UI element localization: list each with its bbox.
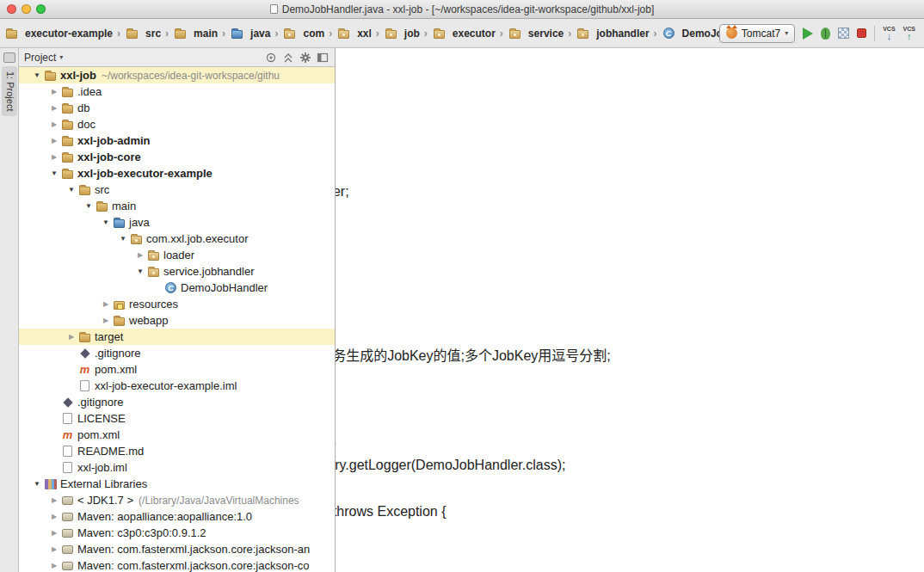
tree-item-label: Maven: com.fasterxml.jackson.core:jackso… [77,543,310,556]
breadcrumb-item-executor[interactable]: executor [429,25,498,42]
tree-item-demojobhandler[interactable]: CDemoJobHandler [19,280,335,296]
tree-expand-icon[interactable]: ▶ [48,153,60,161]
close-window-icon[interactable] [7,4,16,14]
settings-gear-icon[interactable] [299,51,312,65]
tree-item-maven-c3p0-c3p0-0-9-1-2[interactable]: ▶Maven: c3p0:c3p0:0.9.1.2 [19,525,335,541]
coverage-button[interactable] [838,28,849,39]
breadcrumb-item-java[interactable]: java [227,25,273,42]
tree-item-hint: ~/workspaces/idea-git-workspace/githu [102,70,280,82]
tree-item-label: doc [77,118,95,131]
tree-expand-icon[interactable]: ▶ [134,251,146,259]
tree-expand-icon[interactable]: ▶ [48,88,60,95]
tree-item-gitignore[interactable]: .gitignore [19,394,335,410]
tree-item-service-jobhandler[interactable]: ▼service.jobhandler [19,263,335,280]
tree-item-src[interactable]: ▼src [19,181,335,198]
vcs-commit-button[interactable]: VCS ↑ [903,26,915,40]
tree-item-idea[interactable]: ▶.idea [19,83,335,100]
breadcrumb-item-executor-example[interactable]: executor-example [2,25,115,42]
tree-item-webapp[interactable]: ▶webapp [19,312,335,329]
tree-expand-icon[interactable]: ▼ [31,480,43,488]
tree-item-jdk1-7[interactable]: ▶< JDK1.7 >(/Library/Java/JavaVirtualMac… [19,492,335,508]
tree-item-pom-xml[interactable]: mpom.xml [19,427,335,443]
tree-item-xxl-job-executor-example[interactable]: ▼xxl-job-executor-example [19,165,335,181]
tree-expand-icon[interactable]: ▶ [100,317,112,324]
tree-item-db[interactable]: ▶db [19,100,335,116]
breadcrumb-item-service[interactable]: service [505,25,566,42]
hide-panel-icon[interactable] [316,51,330,65]
tree-item-doc[interactable]: ▶doc [19,116,335,132]
tree-item-xxl-job-admin[interactable]: ▶xxl-job-admin [19,132,335,149]
tree-item-loader[interactable]: ▶loader [19,247,335,263]
tree-expand-icon[interactable]: ▶ [100,300,112,308]
tree-item-label: resources [129,298,178,311]
project-tool-window-tab[interactable]: 1: Project [2,66,17,116]
tree-expand-icon[interactable]: ▼ [83,202,95,210]
vcs-update-button[interactable]: VCS ↓ [883,26,895,40]
tree-expand-icon[interactable]: ▶ [48,562,60,569]
tree-expand-icon[interactable]: ▼ [117,235,129,243]
stop-button[interactable] [857,28,866,38]
tree-item-java[interactable]: ▼java [19,214,335,231]
tree-item-xxl-job-core[interactable]: ▶xxl-job-core [19,149,335,165]
tree-expand-icon[interactable]: ▼ [31,71,43,79]
tree-expand-icon[interactable]: ▼ [100,218,112,226]
folder-icon [60,134,75,148]
tree-item-xxl-job[interactable]: ▼xxl-job~/workspaces/idea-git-workspace/… [19,67,335,83]
tree-expand-icon[interactable]: ▶ [65,333,77,341]
tree-item-main[interactable]: ▼main [19,198,335,214]
breadcrumb-label: java [250,28,270,40]
maven-icon: m [77,363,92,377]
tree-item-pom-xml[interactable]: mpom.xml [19,361,335,378]
folder-icon [60,101,75,115]
collapse-all-icon[interactable] [281,51,295,65]
locate-icon[interactable] [264,51,278,65]
folder-icon [112,314,126,328]
document-icon [270,4,278,14]
breadcrumb-item-src[interactable]: src [122,25,163,42]
minimize-window-icon[interactable] [22,4,31,14]
arrow-up-icon: ↑ [907,32,912,40]
tree-expand-icon[interactable]: ▶ [48,120,60,128]
chevron-down-icon[interactable]: ▾ [59,53,63,61]
package-icon [336,27,351,40]
tree-item-target[interactable]: ▶target [19,329,335,345]
folder-icon [77,330,92,344]
file-icon [60,461,75,475]
tree-item-label: Maven: aopalliance:aopalliance:1.0 [77,510,252,523]
class-icon: C [662,27,676,40]
tree-item-hint: (/Library/Java/JavaVirtualMachines [139,495,299,507]
tool-window-icon[interactable] [3,52,15,63]
tree-item-maven-com-fasterxml-jackson-core-jackson-an[interactable]: ▶Maven: com.fasterxml.jackson.core:jacks… [19,541,335,557]
tree-expand-icon[interactable]: ▶ [48,137,60,145]
breadcrumb-item-xxl[interactable]: xxl [334,25,374,42]
tree-item-label: LICENSE [77,412,126,425]
tree-item-resources[interactable]: ▶resources [19,296,335,312]
tree-item-xxl-job-iml[interactable]: xxl-job.iml [19,459,335,476]
breadcrumb-item-main[interactable]: main [170,25,220,42]
tree-expand-icon[interactable]: ▶ [48,496,60,504]
tree-item-xxl-job-executor-example-iml[interactable]: xxl-job-executor-example.iml [19,378,335,394]
tree-expand-icon[interactable]: ▼ [48,169,60,177]
tree-expand-icon[interactable]: ▶ [48,545,60,553]
tree-item-license[interactable]: LICENSE [19,410,335,427]
tree-item-com-xxl-job-executor[interactable]: ▼com.xxl.job.executor [19,231,335,247]
breadcrumb-item-com[interactable]: com [280,25,327,42]
tree-item-maven-com-fasterxml-jackson-core-jackson-co[interactable]: ▶Maven: com.fasterxml.jackson.core:jacks… [19,557,335,572]
tree-expand-icon[interactable]: ▶ [48,513,60,520]
breadcrumb-item-jobhandler[interactable]: jobhandler [573,25,651,42]
tree-expand-icon[interactable]: ▶ [48,104,60,112]
run-button[interactable] [803,28,813,40]
breadcrumb-item-job[interactable]: job [381,25,422,42]
run-configuration-select[interactable]: Tomcat7 ▾ [719,24,795,43]
tree-item-readme-md[interactable]: README.md [19,443,335,459]
tree-item-gitignore[interactable]: .gitignore [19,345,335,361]
tree-item-maven-aopalliance-aopalliance-1-0[interactable]: ▶Maven: aopalliance:aopalliance:1.0 [19,508,335,525]
tree-expand-icon[interactable]: ▼ [65,186,77,194]
debug-button[interactable] [821,28,830,40]
tree-item-external-libraries[interactable]: ▼External Libraries [19,476,335,492]
zoom-window-icon[interactable] [36,4,46,14]
tree-expand-icon[interactable]: ▼ [134,268,146,275]
diamond-icon [77,347,92,360]
breadcrumb-item-demojobhandler[interactable]: CDemoJobHandler [659,25,719,42]
tree-expand-icon[interactable]: ▶ [48,529,60,537]
